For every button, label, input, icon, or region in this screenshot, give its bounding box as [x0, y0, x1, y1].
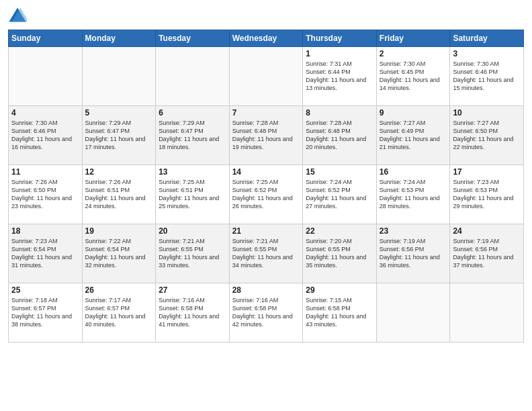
calendar-cell: 22Sunrise: 7:20 AMSunset: 6:55 PMDayligh…	[303, 224, 377, 283]
day-info: Sunrise: 7:28 AMSunset: 6:48 PMDaylight:…	[232, 119, 300, 152]
calendar-cell: 7Sunrise: 7:28 AMSunset: 6:48 PMDaylight…	[229, 106, 303, 165]
day-number: 9	[380, 108, 447, 118]
day-info: Sunrise: 7:30 AMSunset: 6:46 PMDaylight:…	[11, 119, 79, 152]
day-info: Sunrise: 7:23 AMSunset: 6:53 PMDaylight:…	[453, 178, 521, 211]
day-number: 11	[11, 167, 79, 177]
day-number: 19	[85, 226, 153, 236]
calendar-cell: 15Sunrise: 7:24 AMSunset: 6:52 PMDayligh…	[303, 165, 377, 224]
calendar-cell: 16Sunrise: 7:24 AMSunset: 6:53 PMDayligh…	[376, 165, 450, 224]
day-info: Sunrise: 7:24 AMSunset: 6:53 PMDaylight:…	[380, 178, 447, 211]
calendar-week-3: 11Sunrise: 7:26 AMSunset: 6:50 PMDayligh…	[9, 165, 524, 224]
calendar-cell: 17Sunrise: 7:23 AMSunset: 6:53 PMDayligh…	[450, 165, 524, 224]
day-number: 16	[380, 167, 447, 177]
logo-icon	[8, 7, 27, 26]
day-info: Sunrise: 7:16 AMSunset: 6:58 PMDaylight:…	[232, 296, 300, 329]
day-number: 24	[453, 226, 521, 236]
calendar-cell: 2Sunrise: 7:30 AMSunset: 6:45 PMDaylight…	[376, 47, 450, 106]
day-number: 13	[159, 167, 226, 177]
col-header-saturday: Saturday	[450, 30, 524, 47]
day-info: Sunrise: 7:27 AMSunset: 6:49 PMDaylight:…	[380, 119, 447, 152]
calendar-cell	[82, 47, 156, 106]
calendar-week-4: 18Sunrise: 7:23 AMSunset: 6:54 PMDayligh…	[9, 224, 524, 283]
calendar-cell: 10Sunrise: 7:27 AMSunset: 6:50 PMDayligh…	[450, 106, 524, 165]
day-info: Sunrise: 7:18 AMSunset: 6:57 PMDaylight:…	[11, 296, 79, 329]
day-info: Sunrise: 7:21 AMSunset: 6:55 PMDaylight:…	[232, 237, 300, 270]
calendar-cell: 3Sunrise: 7:30 AMSunset: 6:46 PMDaylight…	[450, 47, 524, 106]
day-info: Sunrise: 7:21 AMSunset: 6:55 PMDaylight:…	[159, 237, 226, 270]
day-number: 17	[453, 167, 521, 177]
calendar-cell: 9Sunrise: 7:27 AMSunset: 6:49 PMDaylight…	[376, 106, 450, 165]
day-number: 14	[232, 167, 300, 177]
day-info: Sunrise: 7:30 AMSunset: 6:45 PMDaylight:…	[380, 60, 447, 93]
day-info: Sunrise: 7:31 AMSunset: 6:44 PMDaylight:…	[306, 60, 373, 93]
calendar-week-5: 25Sunrise: 7:18 AMSunset: 6:57 PMDayligh…	[9, 283, 524, 342]
day-info: Sunrise: 7:24 AMSunset: 6:52 PMDaylight:…	[306, 178, 373, 211]
day-info: Sunrise: 7:26 AMSunset: 6:50 PMDaylight:…	[11, 178, 79, 211]
col-header-sunday: Sunday	[9, 30, 83, 47]
day-number: 10	[453, 108, 521, 118]
calendar-cell: 6Sunrise: 7:29 AMSunset: 6:47 PMDaylight…	[156, 106, 230, 165]
day-number: 20	[159, 226, 226, 236]
calendar-cell: 27Sunrise: 7:16 AMSunset: 6:58 PMDayligh…	[156, 283, 230, 342]
calendar-cell: 23Sunrise: 7:19 AMSunset: 6:56 PMDayligh…	[376, 224, 450, 283]
calendar-cell: 21Sunrise: 7:21 AMSunset: 6:55 PMDayligh…	[229, 224, 303, 283]
day-number: 6	[159, 108, 226, 118]
day-info: Sunrise: 7:26 AMSunset: 6:51 PMDaylight:…	[85, 178, 153, 211]
day-number: 23	[380, 226, 447, 236]
day-info: Sunrise: 7:17 AMSunset: 6:57 PMDaylight:…	[85, 296, 153, 329]
day-number: 1	[306, 49, 373, 58]
col-header-wednesday: Wednesday	[229, 30, 303, 47]
calendar-cell: 14Sunrise: 7:25 AMSunset: 6:52 PMDayligh…	[229, 165, 303, 224]
day-info: Sunrise: 7:29 AMSunset: 6:47 PMDaylight:…	[85, 119, 153, 152]
day-number: 27	[159, 285, 226, 295]
day-number: 7	[232, 108, 300, 118]
calendar-week-1: 1Sunrise: 7:31 AMSunset: 6:44 PMDaylight…	[9, 47, 524, 106]
calendar-cell	[450, 283, 524, 342]
day-number: 28	[232, 285, 300, 295]
calendar-cell: 4Sunrise: 7:30 AMSunset: 6:46 PMDaylight…	[9, 106, 83, 165]
calendar-cell: 25Sunrise: 7:18 AMSunset: 6:57 PMDayligh…	[9, 283, 83, 342]
day-info: Sunrise: 7:25 AMSunset: 6:51 PMDaylight:…	[159, 178, 226, 211]
calendar-cell: 20Sunrise: 7:21 AMSunset: 6:55 PMDayligh…	[156, 224, 230, 283]
calendar-cell: 5Sunrise: 7:29 AMSunset: 6:47 PMDaylight…	[82, 106, 156, 165]
calendar-cell: 11Sunrise: 7:26 AMSunset: 6:50 PMDayligh…	[9, 165, 83, 224]
day-info: Sunrise: 7:29 AMSunset: 6:47 PMDaylight:…	[159, 119, 226, 152]
day-info: Sunrise: 7:23 AMSunset: 6:54 PMDaylight:…	[11, 237, 79, 270]
day-number: 8	[306, 108, 373, 118]
col-header-thursday: Thursday	[303, 30, 377, 47]
day-info: Sunrise: 7:22 AMSunset: 6:54 PMDaylight:…	[85, 237, 153, 270]
day-info: Sunrise: 7:30 AMSunset: 6:46 PMDaylight:…	[453, 60, 521, 93]
calendar-cell: 26Sunrise: 7:17 AMSunset: 6:57 PMDayligh…	[82, 283, 156, 342]
calendar-cell: 12Sunrise: 7:26 AMSunset: 6:51 PMDayligh…	[82, 165, 156, 224]
calendar-week-2: 4Sunrise: 7:30 AMSunset: 6:46 PMDaylight…	[9, 106, 524, 165]
header	[8, 7, 524, 26]
calendar-cell: 18Sunrise: 7:23 AMSunset: 6:54 PMDayligh…	[9, 224, 83, 283]
calendar-header-row: SundayMondayTuesdayWednesdayThursdayFrid…	[9, 30, 524, 47]
calendar-cell	[376, 283, 450, 342]
calendar-cell: 28Sunrise: 7:16 AMSunset: 6:58 PMDayligh…	[229, 283, 303, 342]
day-number: 29	[306, 285, 373, 295]
calendar-table: SundayMondayTuesdayWednesdayThursdayFrid…	[8, 30, 524, 342]
day-info: Sunrise: 7:15 AMSunset: 6:58 PMDaylight:…	[306, 296, 373, 329]
day-number: 3	[453, 49, 521, 58]
day-number: 26	[85, 285, 153, 295]
day-info: Sunrise: 7:20 AMSunset: 6:55 PMDaylight:…	[306, 237, 373, 270]
calendar-cell: 8Sunrise: 7:28 AMSunset: 6:48 PMDaylight…	[303, 106, 377, 165]
day-info: Sunrise: 7:27 AMSunset: 6:50 PMDaylight:…	[453, 119, 521, 152]
day-info: Sunrise: 7:25 AMSunset: 6:52 PMDaylight:…	[232, 178, 300, 211]
day-info: Sunrise: 7:16 AMSunset: 6:58 PMDaylight:…	[159, 296, 226, 329]
day-number: 22	[306, 226, 373, 236]
logo	[8, 7, 30, 26]
day-number: 4	[11, 108, 79, 118]
day-info: Sunrise: 7:19 AMSunset: 6:56 PMDaylight:…	[380, 237, 447, 270]
day-number: 15	[306, 167, 373, 177]
calendar-cell	[156, 47, 230, 106]
calendar-cell: 1Sunrise: 7:31 AMSunset: 6:44 PMDaylight…	[303, 47, 377, 106]
page: SundayMondayTuesdayWednesdayThursdayFrid…	[0, 0, 532, 411]
day-number: 2	[380, 49, 447, 58]
calendar-cell	[9, 47, 83, 106]
col-header-monday: Monday	[82, 30, 156, 47]
day-number: 5	[85, 108, 153, 118]
col-header-friday: Friday	[376, 30, 450, 47]
calendar-cell	[229, 47, 303, 106]
